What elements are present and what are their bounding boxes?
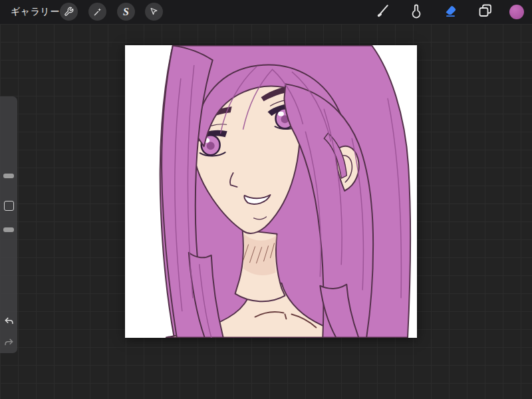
wrench-icon xyxy=(64,7,74,17)
color-swatch xyxy=(509,5,524,19)
workspace-background xyxy=(0,24,532,399)
opacity-handle[interactable] xyxy=(3,227,14,232)
opacity-slider[interactable] xyxy=(0,213,17,269)
smudge-tool-button[interactable] xyxy=(408,3,424,21)
layers-button[interactable] xyxy=(477,3,493,21)
redo-button[interactable] xyxy=(2,337,15,350)
paint-tool-button[interactable] xyxy=(375,3,391,21)
selection-s-icon: S xyxy=(123,7,129,17)
drawing-canvas[interactable] xyxy=(125,45,417,338)
brush-size-handle[interactable] xyxy=(3,174,14,178)
brush-size-slider[interactable] xyxy=(0,143,17,199)
adjustments-button[interactable] xyxy=(88,3,106,21)
transform-arrow-icon xyxy=(149,7,159,17)
top-toolbar: ギャラリー S xyxy=(0,0,532,24)
artwork-portrait xyxy=(125,45,417,338)
actions-button[interactable] xyxy=(60,3,78,21)
transform-button[interactable] xyxy=(145,3,163,21)
gallery-button[interactable]: ギャラリー xyxy=(11,6,60,18)
selection-button[interactable]: S xyxy=(117,3,135,21)
erase-tool-button[interactable] xyxy=(443,3,459,21)
smudge-finger-icon xyxy=(408,3,424,21)
undo-button[interactable] xyxy=(2,316,15,329)
eraser-icon xyxy=(443,3,459,21)
color-button[interactable] xyxy=(509,5,524,19)
undo-icon xyxy=(3,316,15,330)
paintbrush-icon xyxy=(375,3,391,21)
modify-button[interactable] xyxy=(4,201,14,211)
magic-wand-icon xyxy=(92,7,103,17)
sidebar-tools xyxy=(0,96,17,353)
redo-icon xyxy=(3,337,15,351)
layers-icon xyxy=(477,3,493,21)
